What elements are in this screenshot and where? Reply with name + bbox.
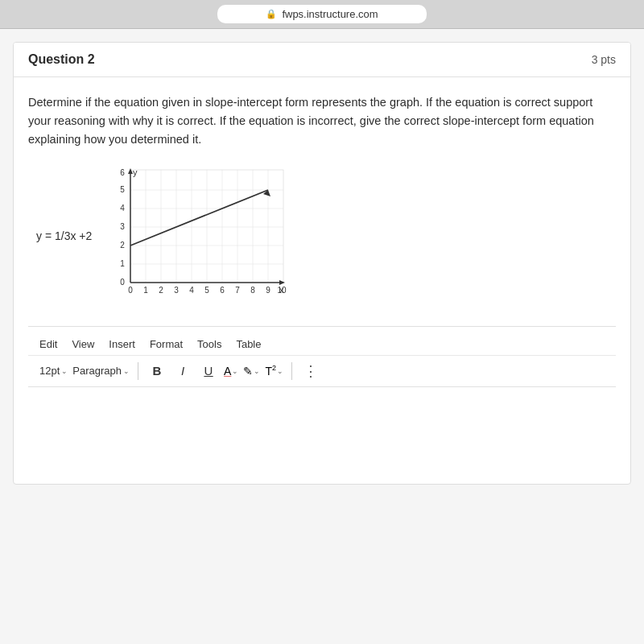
question-points: 3 pts [592,53,616,66]
highlight-chevron: ⌄ [254,367,260,375]
font-size-value: 12pt [39,365,60,377]
font-size-chevron: ⌄ [61,367,68,375]
svg-text:3: 3 [121,222,126,231]
question-header: Question 2 3 pts [14,43,630,77]
menu-edit[interactable]: Edit [39,338,57,350]
svg-text:1: 1 [144,286,149,295]
highlight-icon: ✎ [243,365,253,378]
toolbar-divider-1 [138,362,138,380]
superscript-icon: T2 [265,364,276,378]
editor-menubar: Edit View Insert Format Tools Table [28,333,616,356]
svg-text:y: y [133,167,138,177]
italic-button[interactable]: I [172,361,193,382]
editor-toolbar: 12pt ⌄ Paragraph ⌄ B I U [28,356,616,387]
svg-text:6: 6 [121,168,126,177]
browser-chrome: 🔒 fwps.instructure.com [0,0,644,29]
svg-text:2: 2 [159,286,164,295]
question-body: Determine if the equation given in slope… [14,77,630,484]
graph-section: y = 1/3x +2 [28,166,616,307]
svg-text:9: 9 [266,286,271,295]
equation-label: y = 1/3x +2 [36,229,92,242]
question-title: Question 2 [28,52,95,67]
svg-text:4: 4 [121,204,126,213]
text-color-icon: A [224,365,231,378]
svg-text:0: 0 [129,286,134,295]
menu-tools[interactable]: Tools [197,338,221,350]
question-text: Determine if the equation given in slope… [28,93,616,150]
menu-table[interactable]: Table [236,338,261,350]
superscript-chevron: ⌄ [277,367,283,375]
toolbar-divider-2 [291,362,292,380]
menu-view[interactable]: View [72,338,94,350]
svg-text:4: 4 [190,286,195,295]
font-size-select[interactable]: 12pt ⌄ [39,365,68,377]
menu-insert[interactable]: Insert [109,338,135,350]
svg-text:1: 1 [121,259,126,268]
page-container: Question 2 3 pts Determine if the equati… [0,29,644,644]
svg-text:5: 5 [205,286,210,295]
font-style-value: Paragraph [72,365,122,377]
editor-content-area[interactable] [28,387,616,468]
graph-svg: y x 0 1 2 3 4 5 6 0 1 2 [106,166,291,307]
svg-text:6: 6 [221,286,225,295]
svg-text:0: 0 [121,278,126,287]
font-style-chevron: ⌄ [123,367,130,375]
svg-text:10: 10 [278,286,287,295]
svg-text:5: 5 [121,185,126,194]
graph-wrapper: y x 0 1 2 3 4 5 6 0 1 2 [106,166,291,307]
more-options-button[interactable]: ⋮ [300,362,321,380]
editor-section: Edit View Insert Format Tools Table 12pt… [28,326,616,468]
url-text: fwps.instructure.com [282,8,378,20]
svg-text:7: 7 [236,286,241,295]
question-card: Question 2 3 pts Determine if the equati… [13,42,631,485]
underline-button[interactable]: U [198,361,219,382]
font-style-select[interactable]: Paragraph ⌄ [72,365,130,377]
text-color-button[interactable]: A ⌄ [224,365,238,378]
browser-url-bar[interactable]: 🔒 fwps.instructure.com [217,5,427,23]
svg-text:3: 3 [175,286,180,295]
highlight-color-button[interactable]: ✎ ⌄ [243,365,260,378]
lock-icon: 🔒 [266,9,277,19]
superscript-button[interactable]: T2 ⌄ [265,364,283,378]
menu-format[interactable]: Format [150,338,183,350]
svg-text:2: 2 [121,241,126,250]
bold-button[interactable]: B [147,361,167,382]
svg-text:8: 8 [251,286,256,295]
text-color-chevron: ⌄ [232,367,238,375]
